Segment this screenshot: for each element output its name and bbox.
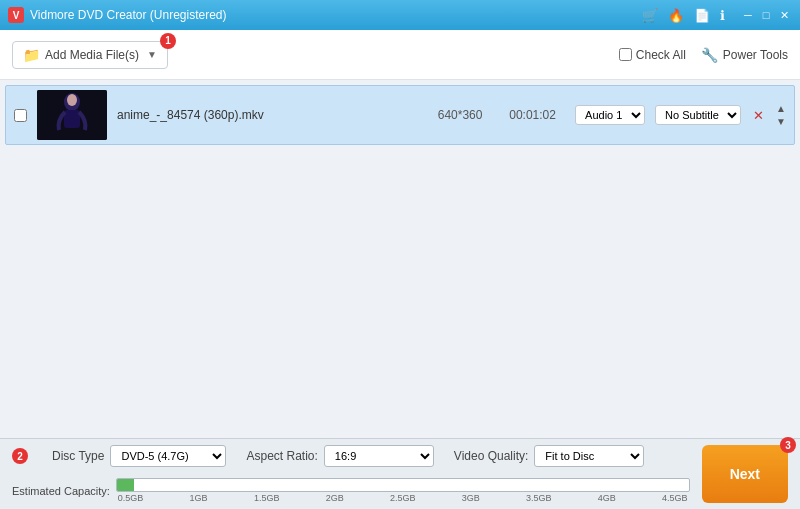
file-icon[interactable]: 📄 xyxy=(694,8,710,23)
window-controls[interactable]: ─ □ ✕ xyxy=(740,7,792,23)
title-bar: V Vidmore DVD Creator (Unregistered) 🛒 🔥… xyxy=(0,0,800,30)
tick-6: 3.5GB xyxy=(526,493,552,503)
next-button-wrapper: Next 3 xyxy=(702,445,788,503)
file-reorder-controls: ▲ ▼ xyxy=(776,103,786,128)
video-quality-label: Video Quality: xyxy=(454,449,529,463)
bottom-bar: 2 Disc Type DVD-5 (4.7G) DVD-9 (8.5G) Bl… xyxy=(0,438,800,509)
app-title: Vidmore DVD Creator (Unregistered) xyxy=(30,8,642,22)
file-thumbnail xyxy=(37,90,107,140)
toolbar-right: Check All 🔧 Power Tools xyxy=(619,47,788,63)
power-tools-button[interactable]: 🔧 Power Tools xyxy=(701,47,788,63)
file-audio-select[interactable]: Audio 1 xyxy=(575,105,645,125)
close-button[interactable]: ✕ xyxy=(776,7,792,23)
video-quality-select[interactable]: Fit to Disc High Medium Low xyxy=(534,445,644,467)
capacity-bar-background xyxy=(116,478,690,492)
info-icon[interactable]: ℹ xyxy=(720,8,725,23)
file-remove-button[interactable]: ✕ xyxy=(751,107,766,124)
tick-4: 2.5GB xyxy=(390,493,416,503)
capacity-ticks: 0.5GB 1GB 1.5GB 2GB 2.5GB 3GB 3.5GB 4GB … xyxy=(116,492,690,503)
badge-1: 1 xyxy=(160,33,176,49)
minimize-button[interactable]: ─ xyxy=(740,7,756,23)
check-all-label[interactable]: Check All xyxy=(619,48,686,62)
tick-1: 1GB xyxy=(190,493,208,503)
aspect-ratio-select[interactable]: 16:9 4:3 xyxy=(324,445,434,467)
check-all-text: Check All xyxy=(636,48,686,62)
file-move-up-button[interactable]: ▲ xyxy=(776,103,786,115)
tick-0: 0.5GB xyxy=(118,493,144,503)
estimated-capacity-label: Estimated Capacity: xyxy=(12,485,110,497)
aspect-ratio-label: Aspect Ratio: xyxy=(246,449,317,463)
cart-icon[interactable]: 🛒 xyxy=(642,8,658,23)
capacity-bar-container: 0.5GB 1GB 1.5GB 2GB 2.5GB 3GB 3.5GB 4GB … xyxy=(116,478,690,503)
wrench-icon: 🔧 xyxy=(701,47,718,63)
thumbnail-svg xyxy=(37,90,107,140)
svg-rect-2 xyxy=(64,110,80,128)
add-media-label: Add Media File(s) xyxy=(45,48,139,62)
file-move-down-button[interactable]: ▼ xyxy=(776,116,786,128)
add-file-icon: 📁 xyxy=(23,47,40,63)
badge-2: 2 xyxy=(12,448,28,464)
file-subtitle-select[interactable]: No Subtitle xyxy=(655,105,741,125)
title-bar-action-icons: 🛒 🔥 📄 ℹ xyxy=(642,8,725,23)
maximize-button[interactable]: □ xyxy=(758,7,774,23)
dropdown-arrow-icon: ▼ xyxy=(147,49,157,60)
badge-3: 3 xyxy=(780,437,796,453)
app-icon: V xyxy=(8,7,24,23)
svg-point-3 xyxy=(67,94,77,106)
thumbnail-preview xyxy=(37,90,107,140)
capacity-bar-fill xyxy=(117,479,134,491)
bottom-controls-row: 2 Disc Type DVD-5 (4.7G) DVD-9 (8.5G) Bl… xyxy=(12,445,690,467)
file-duration: 00:01:02 xyxy=(500,108,565,122)
capacity-row: Estimated Capacity: 0.5GB 1GB 1.5GB 2GB … xyxy=(12,478,690,503)
file-resolution: 640*360 xyxy=(430,108,490,122)
disc-type-group: Disc Type DVD-5 (4.7G) DVD-9 (8.5G) Blu-… xyxy=(52,445,226,467)
file-row-checkbox[interactable] xyxy=(14,109,27,122)
file-list-area: anime_-_84574 (360p).mkv 640*360 00:01:0… xyxy=(0,80,800,438)
add-media-button[interactable]: 📁 Add Media File(s) ▼ xyxy=(12,41,168,69)
power-tools-label: Power Tools xyxy=(723,48,788,62)
check-all-checkbox[interactable] xyxy=(619,48,632,61)
next-button[interactable]: Next xyxy=(702,445,788,503)
tick-2: 1.5GB xyxy=(254,493,280,503)
tick-7: 4GB xyxy=(598,493,616,503)
tick-3: 2GB xyxy=(326,493,344,503)
bottom-controls-section: 2 Disc Type DVD-5 (4.7G) DVD-9 (8.5G) Bl… xyxy=(12,445,690,503)
toolbar: 📁 Add Media File(s) ▼ 1 Check All 🔧 Powe… xyxy=(0,30,800,80)
tick-5: 3GB xyxy=(462,493,480,503)
disc-type-label: Disc Type xyxy=(52,449,104,463)
file-name: anime_-_84574 (360p).mkv xyxy=(117,108,420,122)
video-quality-group: Video Quality: Fit to Disc High Medium L… xyxy=(454,445,645,467)
table-row: anime_-_84574 (360p).mkv 640*360 00:01:0… xyxy=(5,85,795,145)
aspect-ratio-group: Aspect Ratio: 16:9 4:3 xyxy=(246,445,433,467)
disc-type-select[interactable]: DVD-5 (4.7G) DVD-9 (8.5G) Blu-ray 25G Bl… xyxy=(110,445,226,467)
tick-8: 4.5GB xyxy=(662,493,688,503)
flame-icon[interactable]: 🔥 xyxy=(668,8,684,23)
